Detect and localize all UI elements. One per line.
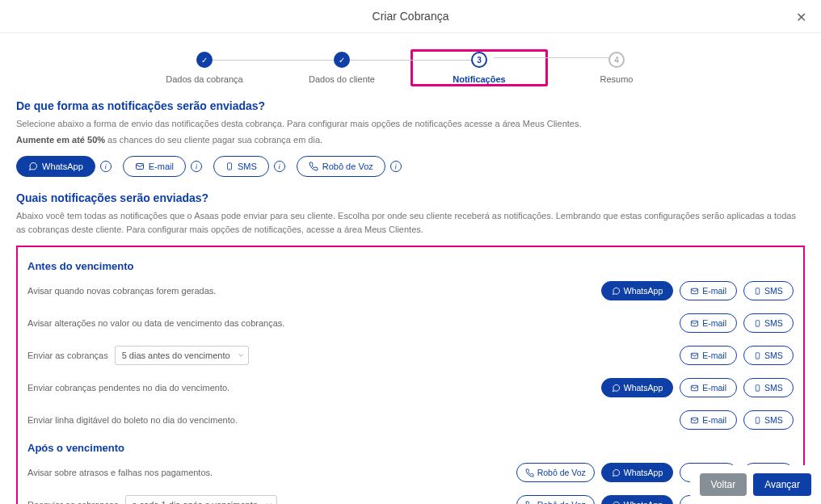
chip-whatsapp[interactable]: WhatsApp <box>601 281 673 300</box>
intro-text-1: Selecione abaixo a forma de envio das no… <box>16 117 805 131</box>
phone-call-icon <box>309 162 318 171</box>
channel-robo[interactable]: Robô de Voz <box>297 156 385 177</box>
step-notificacoes[interactable]: 3 Notificações <box>410 49 548 86</box>
phone-icon <box>754 416 761 425</box>
phone-call-icon <box>525 501 534 505</box>
stepper: ✓ Dados da cobrança ✓ Dados do cliente 3… <box>0 33 821 99</box>
whatsapp-icon <box>612 287 621 296</box>
select-dias-antes[interactable]: 5 dias antes do vencimento <box>115 346 249 365</box>
intro-text-2: Aumente em até 50% as chances do seu cli… <box>16 133 805 147</box>
intro-title: De que forma as notificações serão envia… <box>16 99 805 112</box>
phone-call-icon <box>525 468 534 477</box>
which-title: Quais notificações serão enviadas? <box>16 191 805 204</box>
phone-icon <box>754 351 761 360</box>
channel-whatsapp[interactable]: WhatsApp <box>16 156 95 177</box>
channel-email[interactable]: E-mail <box>123 156 186 177</box>
chip-email[interactable]: E-mail <box>680 313 737 333</box>
phone-icon <box>754 384 761 393</box>
mail-icon <box>690 319 699 328</box>
info-icon[interactable]: i <box>191 161 202 172</box>
dialog-header: Criar Cobrança ✕ <box>0 0 821 33</box>
chip-sms[interactable]: SMS <box>743 346 794 365</box>
which-desc: Abaixo você tem todas as notificações qu… <box>16 209 805 236</box>
mail-icon <box>690 384 699 393</box>
info-icon[interactable]: i <box>100 161 112 172</box>
chip-whatsapp[interactable]: WhatsApp <box>601 495 673 504</box>
next-button[interactable]: Avançar <box>753 473 811 496</box>
mail-icon <box>135 162 145 171</box>
check-icon: ✓ <box>196 52 213 68</box>
step-number: 4 <box>608 52 625 68</box>
whatsapp-icon <box>612 501 621 505</box>
step-label: Dados da cobrança <box>166 74 242 84</box>
channel-chips: WhatsApp i E-mail i SMS i <box>16 156 805 177</box>
chip-robo[interactable]: Robô de Voz <box>516 463 595 482</box>
intro-text-2-bold: Aumente em até 50% <box>16 135 105 145</box>
row-linha-digitavel: Enviar linha digitável do boleto no dia … <box>27 410 794 430</box>
chip-email[interactable]: E-mail <box>680 346 737 365</box>
whatsapp-icon <box>612 384 621 393</box>
step-resumo: 4 Resumo <box>548 52 685 84</box>
step-label: Dados do cliente <box>309 74 375 84</box>
row-atrasos: Avisar sobre atrasos e falhas nos pagame… <box>27 462 794 483</box>
info-icon[interactable]: i <box>274 161 285 172</box>
chip-sms[interactable]: SMS <box>743 313 794 333</box>
check-icon: ✓ <box>334 52 350 68</box>
phone-icon <box>225 162 234 171</box>
whatsapp-icon <box>28 162 38 171</box>
chip-sms[interactable]: SMS <box>743 378 794 397</box>
whatsapp-icon <box>612 468 621 477</box>
step-dados-cliente[interactable]: ✓ Dados do cliente <box>273 52 410 84</box>
select-dias-apos-input[interactable]: a cada 1 dia após o vencimento <box>125 495 277 504</box>
chip-whatsapp[interactable]: WhatsApp <box>601 378 673 397</box>
step-label: Notificações <box>453 74 505 84</box>
chip-whatsapp[interactable]: WhatsApp <box>601 463 673 482</box>
select-dias-apos[interactable]: a cada 1 dia após o vencimento <box>125 495 277 504</box>
row-pendentes-dia: Enviar cobranças pendentes no dia do ven… <box>27 377 794 398</box>
chip-sms[interactable]: SMS <box>743 410 794 430</box>
step-dados-cobranca[interactable]: ✓ Dados da cobrança <box>136 52 273 84</box>
channel-sms[interactable]: SMS <box>213 156 269 177</box>
chip-email[interactable]: E-mail <box>680 378 737 397</box>
mail-icon <box>690 287 699 296</box>
svg-rect-1 <box>227 163 231 170</box>
notification-settings-box: Antes do vencimento Avisar quando novas … <box>16 246 805 504</box>
info-icon[interactable]: i <box>390 161 402 172</box>
section-apos-venc-title: Após o vencimento <box>27 442 794 454</box>
phone-icon <box>754 319 761 328</box>
mail-icon <box>690 416 699 425</box>
row-reenviar: Reenviar as cobranças a cada 1 dia após … <box>27 494 794 504</box>
dialog-title: Criar Cobrança <box>373 10 449 23</box>
chip-email[interactable]: E-mail <box>680 281 737 300</box>
dialog-footer: Voltar Avançar <box>690 465 822 504</box>
phone-icon <box>754 287 761 296</box>
close-icon[interactable]: ✕ <box>796 10 806 25</box>
chip-robo[interactable]: Robô de Voz <box>516 495 595 504</box>
row-novas-cobrancas: Avisar quando novas cobranças forem gera… <box>27 280 794 301</box>
section-antes-title: Antes do vencimento <box>27 260 794 272</box>
row-alteracoes: Avisar alterações no valor ou data de ve… <box>27 313 794 334</box>
chip-email[interactable]: E-mail <box>680 410 737 430</box>
select-dias-antes-input[interactable]: 5 dias antes do vencimento <box>115 346 249 365</box>
row-enviar-cobrancas: Enviar as cobranças 5 dias antes do venc… <box>27 345 794 366</box>
chip-sms[interactable]: SMS <box>743 281 794 300</box>
back-button[interactable]: Voltar <box>700 473 747 496</box>
mail-icon <box>690 351 699 360</box>
step-label: Resumo <box>600 74 634 84</box>
step-number: 3 <box>471 52 487 68</box>
